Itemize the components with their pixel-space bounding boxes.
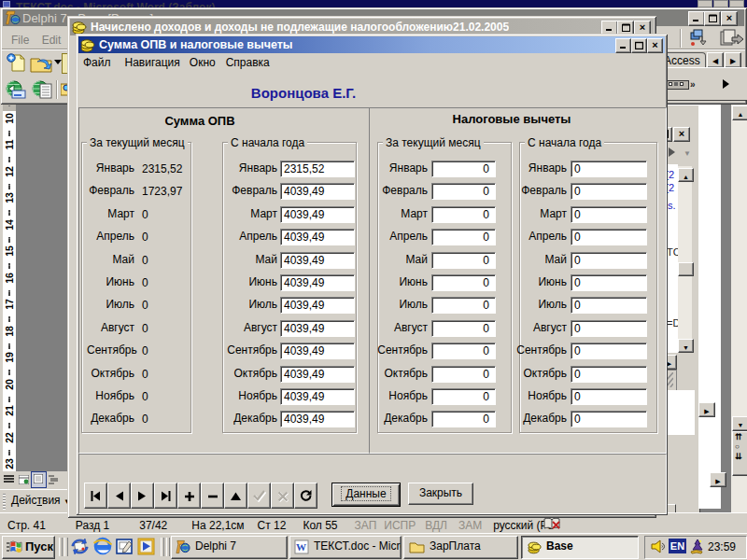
svg-text:W: W	[296, 541, 306, 553]
